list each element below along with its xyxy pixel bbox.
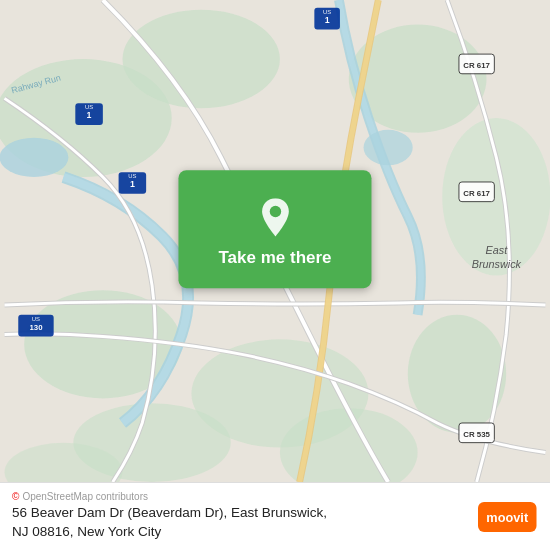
svg-text:Brunswick: Brunswick bbox=[472, 258, 522, 270]
bottom-bar: © OpenStreetMap contributors 56 Beaver D… bbox=[0, 482, 550, 550]
svg-text:1: 1 bbox=[87, 110, 92, 120]
osm-attribution-text: OpenStreetMap contributors bbox=[22, 491, 148, 502]
button-overlay: Take me there bbox=[178, 170, 371, 288]
app-container: 1 US 1 US 1 US CR 617 CR 617 130 US CR 5… bbox=[0, 0, 550, 550]
svg-point-34 bbox=[269, 206, 280, 217]
svg-text:US: US bbox=[85, 104, 93, 110]
svg-text:130: 130 bbox=[29, 323, 43, 332]
svg-point-2 bbox=[123, 10, 280, 108]
svg-text:CR 617: CR 617 bbox=[463, 189, 490, 198]
svg-text:1: 1 bbox=[130, 179, 135, 189]
svg-text:US: US bbox=[32, 316, 40, 322]
bottom-bar-left: © OpenStreetMap contributors 56 Beaver D… bbox=[12, 491, 327, 542]
take-me-there-label: Take me there bbox=[218, 248, 331, 268]
osm-copyright-symbol: © bbox=[12, 491, 19, 502]
svg-text:US: US bbox=[323, 9, 331, 15]
svg-text:1: 1 bbox=[325, 15, 330, 25]
address-line1: 56 Beaver Dam Dr (Beaverdam Dr), East Br… bbox=[12, 505, 327, 520]
svg-point-12 bbox=[364, 130, 413, 165]
svg-text:CR 535: CR 535 bbox=[463, 430, 490, 439]
location-pin-icon bbox=[257, 198, 293, 240]
moovit-logo-svg: moovit bbox=[478, 499, 538, 535]
svg-text:East: East bbox=[486, 244, 509, 256]
svg-point-11 bbox=[0, 138, 68, 177]
take-me-there-button[interactable]: Take me there bbox=[178, 170, 371, 288]
address-line2: NJ 08816, New York City bbox=[12, 524, 161, 539]
svg-text:CR 617: CR 617 bbox=[463, 61, 490, 70]
svg-text:moovit: moovit bbox=[486, 509, 529, 524]
svg-text:US: US bbox=[128, 173, 136, 179]
moovit-logo: moovit bbox=[478, 499, 538, 535]
map-area: 1 US 1 US 1 US CR 617 CR 617 130 US CR 5… bbox=[0, 0, 550, 482]
address-text: 56 Beaver Dam Dr (Beaverdam Dr), East Br… bbox=[12, 504, 327, 542]
osm-attribution: © OpenStreetMap contributors bbox=[12, 491, 327, 502]
